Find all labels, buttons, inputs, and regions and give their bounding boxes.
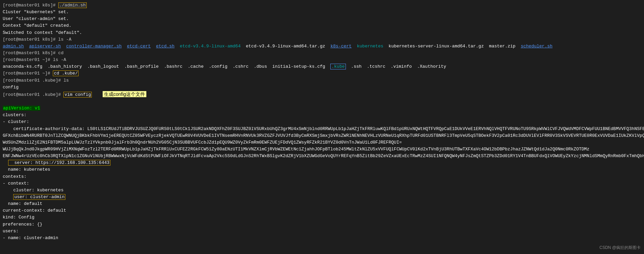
line-cert-data-5: ENFJWNw4rUzVEc0hCb3RQTXlpN1c1ZGNuVlNUbjR… [3, 153, 641, 160]
line-1: [root@master01 k8s]# ./admin.sh [3, 2, 641, 9]
line-11: [root@master01 ~]# cd .kube/ [3, 70, 641, 77]
line-current-context: current-context: default [3, 207, 641, 214]
line-5: Switched to context "default". [3, 29, 641, 36]
file-etcd-cert: etcd-cert [127, 44, 151, 49]
line-context-dash: - context: [3, 180, 641, 187]
line-clusters: clusters: [3, 112, 641, 119]
file-kube-boxed: .kube [330, 64, 346, 69]
line-12: [root@master01 .kube]# ls [3, 77, 641, 84]
line-10: anaconda-ks.cfg .bash_history .bash_logo… [3, 63, 641, 70]
line-13: config [3, 84, 641, 91]
cmd-cd-kube: cd .kube/ [53, 70, 79, 76]
line-cluster-dash: - cluster: [3, 119, 641, 125]
line-name-default: name: default [3, 200, 641, 207]
apiversion-highlight: apiVersion: v1 [3, 106, 40, 111]
file-kubernetes-tar: kubernetes-server-linux-amd64.tar.gz [389, 44, 484, 49]
line-cert-data: certificate-authority-data: LS0tLS1CRUdJ… [3, 126, 641, 132]
line-user-name: - name: cluster-admin [3, 235, 641, 241]
line-contexts: contexts: [3, 173, 641, 180]
server-url-box: server: https://192.168.100.135:6443 [8, 160, 110, 166]
line-cert-data-2: GFXchBibWN4RURBT0JnTlZCQWNUQjBKbkFhbVYm1… [3, 132, 641, 139]
line-name-kubernetes: name: kubernetes [3, 166, 641, 173]
line-9: [root@master01 ~]# ls -A [3, 57, 641, 63]
line-4: Context "default" created. [3, 22, 641, 29]
line-apiversion: apiVersion: v1 [3, 105, 641, 112]
line-blank-1 [3, 98, 641, 105]
line-preferences: preferences: {} [3, 221, 641, 228]
annotation-config: 生成config这个文件 [103, 91, 146, 97]
file-etcd-v3-dir: etcd-v3.4.9-linux-amd64 [180, 44, 241, 49]
line-server: server: https://192.168.100.135:6443 [3, 160, 641, 166]
line-14: [root@master01 .kube]# vim config 生成conf… [3, 91, 641, 98]
line-users: users: [3, 228, 641, 235]
line-7: admin.sh apiserver-sh controller-manager… [3, 43, 641, 50]
line-8: [root@master01 k8s]# cd [3, 50, 641, 57]
cmd-admin-sh: ./admin.sh [58, 2, 87, 8]
cmd-vim-config: vim config [63, 92, 92, 98]
file-k8s-cert: k8s-cert [330, 44, 351, 49]
line-3: User "cluster-admin" set. [3, 16, 641, 22]
line-cluster-kubernetes: cluster: kubernetes [3, 187, 641, 194]
csdn-watermark: CSDN @疯狂的斯图卡 [599, 245, 641, 251]
file-admin-sh: admin.sh [3, 44, 24, 49]
file-etcd-tar: etcd-v3.4.9-linux-amd64.tar.gz [246, 44, 325, 49]
file-master-zip: master.zip [489, 44, 516, 49]
line-6: [root@master01 k8s]# ls -A [3, 36, 641, 43]
file-apiserver-sh: apiserver-sh [29, 44, 61, 49]
user-box: user: cluster-admin [13, 194, 65, 200]
line-cert-data-3: WdSUnZMdzllZjE2N1FBTDM5alpLUWJzTzlYVkpnb… [3, 139, 641, 146]
line-2: Cluster "kubernetes" set. [3, 9, 641, 16]
file-controller-manager-sh: controller-manager.sh [66, 44, 122, 49]
terminal-window: [root@master01 k8s]# ./admin.sh Cluster … [0, 0, 644, 254]
prompt-1: [root@master01 k8s]# [3, 3, 58, 8]
line-user: user: cluster-admin [3, 194, 641, 200]
file-scheduler-sh: scheduler.sh [521, 44, 553, 49]
file-etcd-sh: etcd.sh [156, 44, 175, 49]
file-kubernetes-dir: kubernetes [357, 44, 383, 49]
line-cert-data-4: WUJjBqQkJnd0JkgpWR09HVjZiMXNqWFozTzl2TER… [3, 146, 641, 153]
line-kind: kind: Config [3, 214, 641, 221]
